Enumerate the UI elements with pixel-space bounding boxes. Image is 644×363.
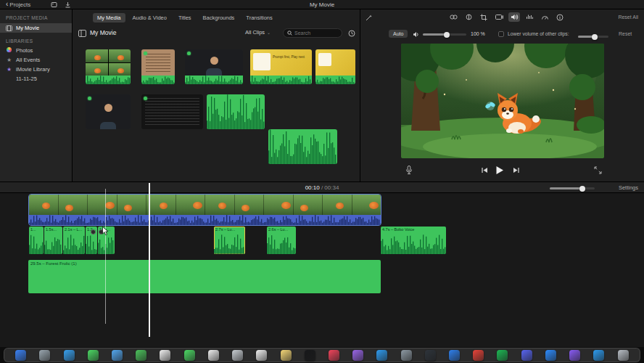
import-arrow-icon[interactable] (65, 1, 71, 8)
projects-back-button[interactable]: ‹ Projects (6, 1, 30, 8)
dock-icon-maps[interactable] (136, 350, 146, 361)
media-header: My Movie All Clips ⌄ (73, 27, 360, 40)
dock-icon-settings[interactable] (401, 350, 412, 361)
volume-percent: 100 % (471, 31, 485, 36)
noise-reduction-icon[interactable] (524, 12, 535, 22)
media-clip-presenter[interactable] (185, 49, 243, 84)
timeline-music-clip[interactable]: 29.5s – Forest Frolic (1) (28, 260, 381, 293)
audio-effect-badge[interactable] (91, 229, 96, 234)
dock-icon-messages[interactable] (88, 350, 99, 361)
dock-icon-terminal[interactable] (425, 350, 436, 361)
dock-icon-podcasts[interactable] (352, 350, 363, 361)
clip-label: 1.5s... (44, 227, 62, 232)
sidebar-toggle-icon[interactable] (78, 30, 86, 37)
media-clip-audio-2[interactable] (268, 129, 337, 164)
dock-icon-photos[interactable] (160, 350, 170, 361)
timeline-zoom-slider[interactable] (550, 187, 595, 189)
next-frame-button[interactable] (513, 167, 520, 174)
dock-icon-mail[interactable] (112, 350, 123, 361)
timeline-audio-clip-selected[interactable]: 2.7s – Lu... (214, 227, 245, 254)
dock-icon-keynote[interactable] (593, 350, 604, 361)
tab-transitions[interactable]: Transitions (242, 13, 276, 23)
dock-icon-spotify[interactable] (497, 350, 508, 361)
reset-all-button[interactable]: Reset All (618, 15, 638, 20)
sidebar-item-event-date[interactable]: 11-11-25 (0, 74, 72, 83)
titlebar: ‹ Projects My Movie (0, 0, 644, 9)
dock-icon-imovie[interactable] (569, 350, 580, 361)
volume-slider[interactable] (423, 33, 466, 36)
clip-label: 2.7s – Lu... (214, 227, 245, 232)
volume-slider-knob[interactable] (444, 32, 450, 38)
timeline-settings-button[interactable]: Settings (619, 184, 638, 191)
clip-filter-dropdown[interactable]: All Clips ⌄ (245, 29, 271, 36)
search-field[interactable] (283, 28, 342, 38)
media-clip-slide-2[interactable] (315, 49, 355, 84)
dock-icon-notes[interactable] (281, 350, 292, 361)
dock-icon-launchpad[interactable] (39, 350, 50, 361)
dock-icon-tv[interactable] (305, 350, 315, 361)
tab-audio-video[interactable]: Audio & Video (128, 13, 171, 23)
sidebar-item-my-movie[interactable]: My Movie (0, 23, 72, 33)
dock-icon-reminders[interactable] (256, 350, 267, 361)
timeline[interactable]: 1... 1.5s... 2.1s – L... 1.2... 1.9s... … (0, 193, 644, 347)
sidebar-item-photos[interactable]: Photos (0, 46, 72, 55)
dock-icon-vscode[interactable] (449, 350, 460, 361)
sidebar-item-imovie-library[interactable]: ★ iMovie Library (0, 65, 72, 74)
sidebar-item-all-events[interactable]: ★ All Events (0, 55, 72, 65)
tab-backgrounds[interactable]: Backgrounds (199, 13, 239, 23)
previous-frame-button[interactable] (481, 167, 488, 174)
auto-volume-button[interactable]: Auto (389, 30, 408, 38)
stabilization-icon[interactable] (493, 12, 505, 22)
zoom-slider-knob[interactable] (579, 186, 585, 192)
voiceover-mic-icon[interactable] (405, 166, 413, 175)
dock-icon-chrome[interactable] (473, 350, 484, 361)
timeline-audio-clip[interactable]: 2.6s – Lu... (267, 227, 296, 254)
media-clip-audio-1[interactable] (207, 94, 265, 129)
enhance-wand-icon[interactable] (365, 14, 373, 22)
clip-type-badge (88, 97, 91, 100)
mouse-cursor-icon (102, 227, 109, 236)
media-clip-presenter-2[interactable] (86, 94, 131, 129)
recents-clock-icon[interactable] (348, 30, 355, 37)
dock-icon-facetime[interactable] (184, 350, 195, 361)
play-button[interactable] (495, 166, 504, 175)
clip-filter-value: All Clips (245, 29, 265, 36)
sidebar-item-label: My Movie (16, 25, 39, 31)
tab-titles[interactable]: Titles (174, 13, 196, 23)
dock-icon-discord[interactable] (521, 350, 532, 361)
dock-icon-trash[interactable] (618, 350, 629, 361)
media-clip-document[interactable] (141, 49, 175, 84)
color-correction-icon[interactable] (463, 12, 474, 22)
timeline-audio-clip-bobo-voice[interactable]: 4.7s – Bobo Voice (381, 227, 446, 254)
dock-icon-finder[interactable] (15, 350, 26, 361)
volume-controls: Auto 100 % Lower volume of other clips: … (360, 28, 644, 41)
media-clip-screen-recording[interactable] (141, 94, 203, 129)
dock-icon-zoom[interactable] (545, 350, 556, 361)
timeline-audio-clip[interactable]: 1... (29, 227, 44, 254)
dock-icon-appstore[interactable] (376, 350, 387, 361)
search-input[interactable] (294, 30, 338, 36)
dock-icon-contacts[interactable] (232, 350, 243, 361)
lower-volume-checkbox[interactable] (498, 31, 504, 37)
dock-icon-calendar[interactable] (208, 350, 219, 361)
fullscreen-icon[interactable] (594, 166, 602, 174)
reset-button[interactable]: Reset (619, 31, 632, 36)
ducking-slider[interactable] (578, 36, 608, 38)
crop-icon[interactable] (478, 12, 490, 22)
tab-my-media[interactable]: My Media (93, 13, 125, 23)
timeline-video-clip[interactable] (28, 194, 381, 226)
info-icon[interactable] (554, 12, 566, 22)
media-clip-slide[interactable]: Prompt first, Play next (250, 49, 312, 84)
timeline-audio-clip[interactable]: 1.5s... (44, 227, 62, 254)
media-import-icon[interactable] (51, 1, 57, 8)
color-board-icon[interactable] (447, 12, 459, 22)
dock-icon-safari[interactable] (64, 350, 75, 361)
volume-icon[interactable] (508, 12, 520, 22)
timeline-audio-clip[interactable]: 2.1s – L... (63, 227, 85, 254)
playhead[interactable] (149, 183, 150, 337)
video-preview (401, 44, 604, 158)
ducking-slider-knob[interactable] (592, 34, 598, 40)
media-clip-fox-collage[interactable] (86, 49, 131, 84)
dock-icon-music[interactable] (329, 350, 339, 361)
speed-icon[interactable] (539, 12, 550, 22)
